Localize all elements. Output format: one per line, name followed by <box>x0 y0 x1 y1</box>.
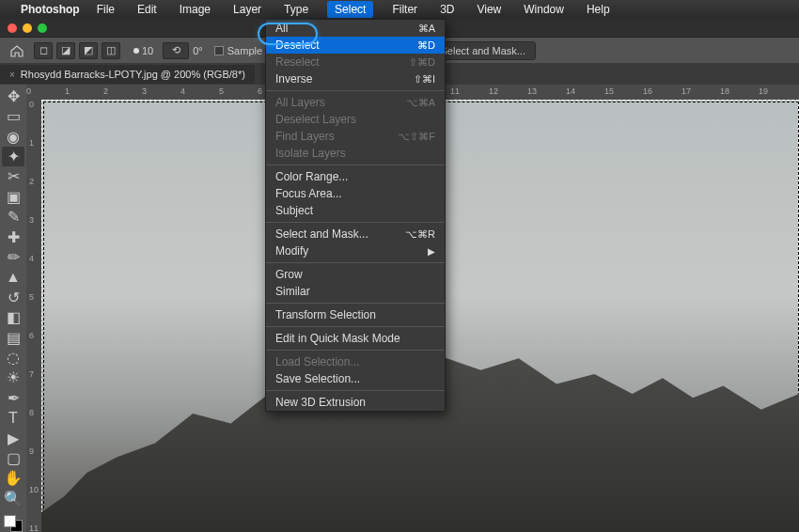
app-name[interactable]: Photoshop <box>21 3 80 16</box>
gradient-tool[interactable]: ▤ <box>2 328 24 347</box>
add-selection-icon[interactable]: ◪ <box>56 42 75 59</box>
path-select-tool[interactable]: ▶ <box>2 429 24 447</box>
hand-tool[interactable]: ✋ <box>2 469 24 488</box>
selection-mode-group: ◻ ◪ ◩ ◫ <box>34 42 124 59</box>
ruler-tick: 9 <box>29 446 34 456</box>
crop-tool[interactable]: ✂ <box>2 167 24 186</box>
home-icon[interactable] <box>9 44 24 57</box>
dodge-tool[interactable]: ☀ <box>2 368 24 387</box>
intersect-selection-icon[interactable]: ◫ <box>102 42 120 59</box>
ruler-tick: 2 <box>103 86 108 96</box>
menu-3d[interactable]: 3D <box>436 1 458 18</box>
menu-type[interactable]: Type <box>280 1 312 18</box>
menu-item-label: Modify <box>275 244 308 258</box>
menu-file[interactable]: File <box>93 1 118 18</box>
ruler-tick: 4 <box>180 86 185 96</box>
menu-item-label: Transform Selection <box>275 308 376 321</box>
menu-item-subject[interactable]: Subject <box>266 202 445 219</box>
type-tool[interactable]: T <box>2 409 24 428</box>
sample-all-checkbox[interactable] <box>214 46 224 55</box>
marquee-tool[interactable]: ▭ <box>2 106 24 125</box>
menu-select[interactable]: Select <box>327 1 373 18</box>
maximize-window-icon[interactable] <box>38 23 47 33</box>
lasso-tool[interactable]: ◉ <box>2 127 24 146</box>
menu-item-label: All Layers <box>275 96 325 109</box>
menu-item-label: Deselect Layers <box>275 113 356 126</box>
menu-item-modify[interactable]: Modify▶ <box>266 243 445 259</box>
menu-item-deselect[interactable]: Deselect⌘D <box>266 37 445 54</box>
ruler-tick: 15 <box>604 86 614 96</box>
brush-preset[interactable]: 10 <box>133 45 153 56</box>
menu-item-reselect: Reselect⇧⌘D <box>266 54 445 70</box>
menu-layer[interactable]: Layer <box>229 1 265 18</box>
move-tool[interactable]: ✥ <box>2 86 24 105</box>
menu-item-grow[interactable]: Grow <box>266 266 445 283</box>
menu-image[interactable]: Image <box>176 1 214 18</box>
ruler-tick: 11 <box>450 86 460 96</box>
close-window-icon[interactable] <box>8 23 17 33</box>
menu-item-color-range[interactable]: Color Range... <box>266 168 445 185</box>
pen-tool[interactable]: ✒ <box>2 388 24 407</box>
ruler-tick: 4 <box>29 254 34 263</box>
subtract-selection-icon[interactable]: ◩ <box>79 42 98 59</box>
menu-view[interactable]: View <box>473 1 505 18</box>
history-brush-tool[interactable]: ↺ <box>2 288 24 306</box>
menu-item-select-and-mask[interactable]: Select and Mask...⌥⌘R <box>266 226 445 243</box>
angle-value: 0° <box>193 45 203 56</box>
document-tab[interactable]: × Rhosydd Barracks-LPOTY.jpg @ 200% (RGB… <box>0 65 255 84</box>
angle-icon[interactable]: ⟲ <box>163 42 189 59</box>
menu-filter[interactable]: Filter <box>388 1 421 18</box>
minimize-window-icon[interactable] <box>23 23 32 33</box>
menu-item-focus-area[interactable]: Focus Area... <box>266 185 445 202</box>
ruler-tick: 5 <box>219 86 224 96</box>
color-swatch[interactable] <box>4 515 23 532</box>
menu-item-label: Inverse <box>275 72 312 86</box>
ruler-tick: 0 <box>26 86 31 96</box>
ruler-tick: 19 <box>759 86 768 96</box>
ruler-tick: 16 <box>643 86 652 96</box>
menu-item-all[interactable]: All⌘A <box>266 20 445 37</box>
document-title: Rhosydd Barracks-LPOTY.jpg @ 200% (RGB/8… <box>21 69 245 80</box>
menu-item-edit-in-quick-mask-mode[interactable]: Edit in Quick Mask Mode <box>266 330 445 347</box>
menu-separator <box>266 326 445 327</box>
menu-item-label: Deselect <box>275 39 320 52</box>
ruler-tick: 5 <box>29 292 34 302</box>
menu-shortcut: ⌘D <box>417 39 435 52</box>
ruler-tick: 12 <box>489 86 498 96</box>
menu-shortcut: ⌥⇧⌘F <box>398 131 435 143</box>
close-tab-icon[interactable]: × <box>9 70 15 80</box>
ruler-tick: 6 <box>258 86 262 96</box>
blur-tool[interactable]: ◌ <box>2 348 24 367</box>
ruler-tick: 1 <box>29 138 34 148</box>
healing-brush-tool[interactable]: ✚ <box>2 227 24 246</box>
menu-item-label: Find Layers <box>275 130 335 143</box>
menu-item-inverse[interactable]: Inverse⇧⌘I <box>266 70 445 87</box>
shape-tool[interactable]: ▢ <box>2 448 24 467</box>
ruler-tick: 2 <box>29 177 34 186</box>
frame-tool[interactable]: ▣ <box>2 187 24 206</box>
menu-item-new-3d-extrusion[interactable]: New 3D Extrusion <box>266 394 445 411</box>
menu-help[interactable]: Help <box>583 1 614 18</box>
clone-stamp-tool[interactable]: ▲ <box>2 268 24 287</box>
menu-item-isolate-layers: Isolate Layers <box>266 145 445 162</box>
menu-separator <box>266 390 445 391</box>
eraser-tool[interactable]: ◧ <box>2 307 24 326</box>
menu-window[interactable]: Window <box>520 1 568 18</box>
menu-item-label: Subject <box>275 204 313 217</box>
new-selection-icon[interactable]: ◻ <box>34 42 53 59</box>
menu-shortcut: ⌥⌘R <box>405 228 435 241</box>
ruler-tick: 18 <box>720 86 729 96</box>
select-and-mask-button[interactable]: Select and Mask... <box>431 41 537 60</box>
zoom-tool[interactable]: 🔍 <box>2 489 24 508</box>
menu-item-save-selection[interactable]: Save Selection... <box>266 370 445 387</box>
eyedropper-tool[interactable]: ✎ <box>2 207 24 226</box>
menu-item-label: Reselect <box>275 55 320 69</box>
quick-select-tool[interactable]: ✦ <box>2 147 24 165</box>
menu-item-all-layers: All Layers⌥⌘A <box>266 94 445 111</box>
menu-item-transform-selection[interactable]: Transform Selection <box>266 306 445 323</box>
ruler-tick: 14 <box>566 86 575 96</box>
menu-edit[interactable]: Edit <box>133 1 161 18</box>
brush-tool[interactable]: ✏ <box>2 247 24 266</box>
menu-item-similar[interactable]: Similar <box>266 283 445 300</box>
menu-item-label: All <box>275 22 288 35</box>
